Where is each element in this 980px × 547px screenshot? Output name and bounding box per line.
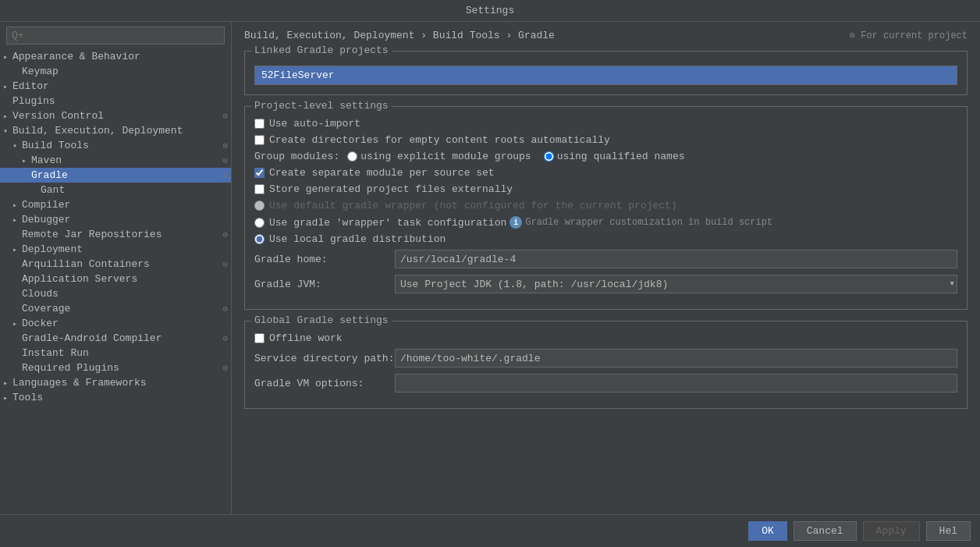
wrapper-task-radio[interactable] (254, 218, 265, 228)
sidebar-item-version-control[interactable]: ▸Version Control⊙ (0, 108, 231, 123)
offline-work-label[interactable]: Offline work (254, 332, 343, 344)
local-gradle-label[interactable]: Use local gradle distribution (254, 233, 446, 245)
create-separate-checkbox[interactable] (254, 168, 265, 178)
create-dirs-checkbox[interactable] (254, 135, 265, 145)
sidebar-item-appearance[interactable]: ▸Appearance & Behavior (0, 49, 231, 64)
group-modules-row: Group modules: using explicit module gro… (254, 151, 957, 162)
sidebar-item-app-servers[interactable]: ▸Application Servers (0, 272, 231, 286)
sidebar-item-label: Arquillian Containers (22, 258, 150, 270)
for-project-label: ⊙ For current project (850, 30, 968, 41)
store-generated-checkbox[interactable] (254, 184, 265, 194)
arrow-closed-icon: ▸ (12, 319, 22, 329)
store-generated-label[interactable]: Store generated project files externally (254, 183, 513, 195)
wrapper-task-label[interactable]: Use gradle 'wrapper' task configuration (254, 217, 506, 229)
create-separate-label[interactable]: Create separate module per source set (254, 167, 495, 179)
group-explicit-radio[interactable] (347, 151, 357, 162)
breadcrumb-bar: Build, Execution, Deployment › Build Too… (244, 30, 968, 41)
gradle-home-label: Gradle home: (254, 254, 395, 265)
linked-project-item[interactable]: 52FileServer (255, 66, 957, 84)
project-level-title: Project-level settings (251, 100, 392, 112)
sidebar-item-gant[interactable]: ▸Gant (0, 183, 231, 197)
sidebar-item-coverage[interactable]: ▸Coverage⊙ (0, 301, 231, 316)
gradle-vm-input[interactable] (395, 374, 957, 392)
gradle-vm-row: Gradle VM options: (254, 374, 957, 392)
arrow-open-icon: ▾ (3, 126, 12, 136)
sidebar-item-tools[interactable]: ▸Tools (0, 390, 231, 405)
arrow-closed-icon: ▸ (3, 82, 12, 91)
local-gradle-row: Use local gradle distribution (254, 233, 957, 245)
offline-work-row: Offline work (254, 332, 957, 344)
gradle-jvm-row: Gradle JVM: Use Project JDK (1.8, path: … (254, 275, 957, 293)
sidebar-item-gradle[interactable]: ▸Gradle⊙ (0, 168, 231, 183)
sidebar-item-arquillian[interactable]: ▸Arquillian Containers⊙ (0, 257, 231, 272)
create-dirs-label[interactable]: Create directories for empty content roo… (254, 134, 610, 146)
sidebar-item-build-tools[interactable]: ▾Build Tools⊙ (0, 138, 231, 153)
auto-import-row: Use auto-import (254, 118, 957, 130)
sidebar-item-debugger[interactable]: ▸Debugger (0, 212, 231, 227)
auto-import-checkbox[interactable] (254, 119, 265, 129)
sidebar: ▸Appearance & Behavior▸Keymap▸Editor▸Plu… (0, 22, 232, 514)
sidebar-item-remote-jar[interactable]: ▸Remote Jar Repositories⊙ (0, 227, 231, 242)
sidebar-item-label: Build, Execution, Deployment (12, 125, 183, 137)
group-qualified-label[interactable]: using qualified names (544, 151, 685, 162)
sidebar-tree: ▸Appearance & Behavior▸Keymap▸Editor▸Plu… (0, 49, 231, 514)
group-qualified-radio[interactable] (544, 151, 554, 162)
gradle-jvm-label: Gradle JVM: (254, 279, 395, 290)
ext-icon: ⊙ (222, 363, 228, 373)
sidebar-item-label: Required Plugins (22, 362, 119, 374)
linked-projects-title: Linked Gradle projects (251, 44, 392, 56)
sidebar-item-label: Coverage (22, 303, 70, 314)
sidebar-item-label: Debugger (22, 214, 70, 226)
wrapper-note: Gradle wrapper customization in build sc… (525, 217, 772, 228)
sidebar-item-instant-run[interactable]: ▸Instant Run (0, 346, 231, 361)
arrow-closed-icon: ▸ (12, 245, 22, 254)
store-generated-row: Store generated project files externally (254, 183, 957, 195)
linked-projects-section: Linked Gradle projects 52FileServer (244, 51, 968, 95)
linked-projects-list: 52FileServer (254, 66, 957, 85)
content-panel: Build, Execution, Deployment › Build Too… (232, 22, 980, 514)
sidebar-item-keymap[interactable]: ▸Keymap (0, 64, 231, 79)
gradle-vm-value-container (395, 374, 957, 392)
title-bar: Settings (0, 0, 980, 22)
sidebar-item-docker[interactable]: ▸Docker (0, 316, 231, 331)
cancel-button[interactable]: Cancel (794, 521, 857, 541)
ext-icon: ⊙ (222, 229, 228, 240)
sidebar-item-label: Plugins (12, 95, 55, 107)
sidebar-item-compiler[interactable]: ▸Compiler (0, 197, 231, 212)
default-wrapper-radio (254, 201, 265, 211)
sidebar-item-deployment[interactable]: ▸Deployment (0, 242, 231, 257)
create-dirs-row: Create directories for empty content roo… (254, 134, 957, 146)
offline-work-checkbox[interactable] (254, 333, 265, 343)
arrow-closed-icon: ▸ (3, 52, 12, 62)
sidebar-item-plugins[interactable]: ▸Plugins (0, 94, 231, 108)
arrow-open-icon: ▾ (12, 141, 22, 151)
ext-icon: ⊙ (222, 111, 228, 121)
local-gradle-radio[interactable] (254, 234, 265, 244)
gradle-jvm-select[interactable]: Use Project JDK (1.8, path: /usr/local/j… (395, 275, 957, 293)
group-modules-label: Group modules: (254, 151, 339, 162)
arrow-closed-icon: ▸ (12, 201, 22, 210)
gradle-home-input[interactable] (395, 250, 957, 268)
sidebar-item-label: Application Servers (22, 273, 137, 285)
ext-icon: ⊙ (222, 140, 228, 151)
service-dir-input[interactable] (395, 349, 957, 368)
auto-import-label[interactable]: Use auto-import (254, 118, 360, 130)
sidebar-item-maven[interactable]: ▸Maven⊙ (0, 153, 231, 168)
help-button[interactable]: Hel (926, 521, 971, 541)
info-icon[interactable]: i (510, 216, 522, 229)
sidebar-item-label: Remote Jar Repositories (22, 229, 162, 240)
window-title: Settings (466, 5, 514, 16)
search-input[interactable] (6, 27, 225, 44)
ok-button[interactable]: OK (748, 521, 787, 541)
sidebar-item-clouds[interactable]: ▸Clouds (0, 286, 231, 301)
sidebar-item-languages[interactable]: ▸Languages & Frameworks (0, 375, 231, 390)
apply-button[interactable]: Apply (863, 521, 920, 541)
group-explicit-label[interactable]: using explicit module groups (347, 151, 531, 162)
sidebar-item-required-plugins[interactable]: ▸Required Plugins⊙ (0, 361, 231, 375)
sidebar-item-label: Deployment (22, 243, 83, 255)
sidebar-item-build-execution[interactable]: ▾Build, Execution, Deployment (0, 123, 231, 138)
sidebar-item-gradle-android[interactable]: ▸Gradle-Android Compiler⊙ (0, 331, 231, 346)
sidebar-item-editor[interactable]: ▸Editor (0, 79, 231, 94)
arrow-closed-icon: ▸ (3, 393, 12, 403)
main-container: ▸Appearance & Behavior▸Keymap▸Editor▸Plu… (0, 22, 980, 514)
